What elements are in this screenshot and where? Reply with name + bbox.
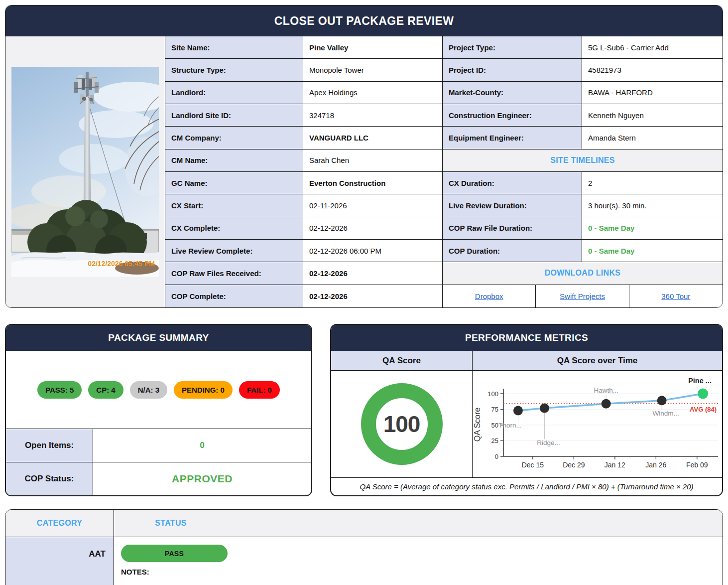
cx-duration-label: CX Duration: xyxy=(443,172,582,194)
cop-status-value: APPROVED xyxy=(93,462,311,495)
qa-score-donut: 100 xyxy=(361,383,443,465)
svg-text:50: 50 xyxy=(491,422,498,429)
live-review-duration-label: Live Review Duration: xyxy=(443,194,582,217)
open-items-row: Open Items: 0 xyxy=(6,429,311,462)
site-info-table: Site Name: Pine Valley Project Type: 5G … xyxy=(165,36,723,307)
cop-complete-label: COP Complete: xyxy=(165,285,303,307)
live-review-complete-label: Live Review Complete: xyxy=(165,240,303,262)
construction-engineer-label: Construction Engineer: xyxy=(443,104,582,127)
site-timelines-header: SITE TIMELINES xyxy=(443,149,723,172)
cp-count-badge: CP: 4 xyxy=(88,381,123,399)
svg-text:Thorn...: Thorn... xyxy=(498,422,522,429)
qa-score-cell: 100 xyxy=(331,371,473,477)
status-column-header: STATUS xyxy=(114,519,228,528)
open-items-value: 0 xyxy=(93,429,311,462)
project-type-value: 5G L-Sub6 - Carrier Add xyxy=(582,36,723,59)
download-links-row: Dropbox Swift Projects 360 Tour xyxy=(443,285,723,307)
landlord-site-id-value: 324718 xyxy=(303,104,443,127)
structure-type-label: Structure Type: xyxy=(165,59,303,81)
cop-status-row: COP Status: APPROVED xyxy=(6,462,311,495)
market-county-label: Market-County: xyxy=(443,82,582,104)
gc-name-value: Everton Construction xyxy=(303,172,443,194)
svg-text:Feb 09: Feb 09 xyxy=(686,461,708,469)
svg-text:Windm...: Windm... xyxy=(652,410,679,417)
svg-text:Dec 29: Dec 29 xyxy=(563,461,585,469)
package-summary-title: PACKAGE SUMMARY xyxy=(6,325,311,351)
svg-text:75: 75 xyxy=(491,406,498,413)
category-column-header: CATEGORY xyxy=(5,510,114,537)
notes-label: NOTES: xyxy=(121,568,723,576)
cx-start-value: 02-11-2026 xyxy=(303,194,443,217)
cop-duration-label: COP Duration: xyxy=(443,240,582,262)
cop-raw-file-duration-label: COP Raw File Duration: xyxy=(443,217,582,240)
performance-metrics-title: PERFORMANCE METRICS xyxy=(331,325,722,351)
svg-text:25: 25 xyxy=(491,437,498,444)
cm-name-label: CM Name: xyxy=(165,149,303,172)
project-id-label: Project ID: xyxy=(443,59,582,81)
project-type-label: Project Type: xyxy=(443,36,582,59)
cx-duration-value: 2 xyxy=(582,172,723,194)
structure-type-value: Monopole Tower xyxy=(303,59,443,81)
qa-trend-header: QA Score over Time xyxy=(473,351,722,370)
fail-count-badge: FAIL: 0 xyxy=(239,381,280,399)
cx-start-label: CX Start: xyxy=(165,194,303,217)
site-name-label: Site Name: xyxy=(165,36,303,59)
landlord-label: Landlord: xyxy=(165,82,303,104)
svg-text:Hawth...: Hawth... xyxy=(594,387,618,394)
cm-company-value: VANGUARD LLC xyxy=(303,127,443,149)
project-id-value: 45821973 xyxy=(582,59,723,81)
cop-duration-value: 0 - Same Day xyxy=(582,240,723,262)
site-name-value: Pine Valley xyxy=(303,36,443,59)
performance-metrics-panel: PERFORMANCE METRICS QA Score QA Score ov… xyxy=(330,324,723,496)
cop-status-label: COP Status: xyxy=(6,462,93,495)
cop-raw-file-duration-value: 0 - Same Day xyxy=(582,217,723,240)
category-status-table: CATEGORY STATUS AAT PASS NOTES: xyxy=(5,509,723,585)
svg-text:Jan 26: Jan 26 xyxy=(645,461,666,469)
cx-complete-value: 02-12-2026 xyxy=(303,217,443,240)
site-photo: 02/12/2026 05:45 PM xyxy=(11,67,159,277)
landlord-value: Apex Holdings xyxy=(303,82,443,104)
qa-score-header: QA Score xyxy=(331,351,473,370)
download-links-header: DOWNLOAD LINKS xyxy=(443,262,723,285)
landlord-site-id-label: Landlord Site ID: xyxy=(165,104,303,127)
svg-text:100: 100 xyxy=(487,390,498,398)
svg-text:Dec 15: Dec 15 xyxy=(522,461,544,469)
qa-score-trend-chart: 0255075100Dec 15Dec 29Jan 12Jan 26Feb 09… xyxy=(473,371,723,477)
360-tour-link-cell: 360 Tour xyxy=(629,285,723,307)
construction-engineer-value: Kenneth Nguyen xyxy=(582,104,723,127)
equipment-engineer-value: Amanda Stern xyxy=(582,127,723,149)
dropbox-link-cell: Dropbox xyxy=(443,285,536,307)
svg-text:AVG (84): AVG (84) xyxy=(690,406,717,413)
cm-name-value: Sarah Chen xyxy=(303,149,443,172)
cm-company-label: CM Company: xyxy=(165,127,303,149)
gc-name-label: GC Name: xyxy=(165,172,303,194)
category-name: AAT xyxy=(5,537,114,585)
svg-text:Jan 12: Jan 12 xyxy=(605,461,625,469)
photo-timestamp: 02/12/2026 05:45 PM xyxy=(88,260,155,268)
table-row: AAT PASS NOTES: xyxy=(5,537,723,585)
swift-projects-link[interactable]: Swift Projects xyxy=(560,292,605,300)
category-table-header: CATEGORY STATUS xyxy=(5,510,723,537)
live-review-duration-value: 3 hour(s). 30 min. xyxy=(582,194,723,217)
pending-count-badge: PENDING: 0 xyxy=(174,381,233,399)
status-badges-row: PASS: 5 CP: 4 N/A: 3 PENDING: 0 FAIL: 0 xyxy=(6,351,311,429)
svg-text:Pine ...: Pine ... xyxy=(688,377,712,385)
svg-text:Ridge...: Ridge... xyxy=(537,439,560,446)
360-tour-link[interactable]: 360 Tour xyxy=(661,292,690,300)
package-summary-panel: PACKAGE SUMMARY PASS: 5 CP: 4 N/A: 3 PEN… xyxy=(5,324,312,496)
close-out-package-review-page: { "title": "CLOSE OUT PACKAGE REVIEW", "… xyxy=(0,0,728,585)
qa-score-formula: QA Score = (Average of category status e… xyxy=(331,477,722,495)
svg-text:QA Score: QA Score xyxy=(473,408,482,442)
dropbox-link[interactable]: Dropbox xyxy=(475,292,503,300)
status-badge[interactable]: PASS xyxy=(121,545,228,562)
qa-score-value: 100 xyxy=(383,411,420,438)
close-out-review-panel: CLOSE OUT PACKAGE REVIEW xyxy=(5,5,723,308)
cx-complete-label: CX Complete: xyxy=(165,217,303,240)
cop-raw-files-received-value: 02-12-2026 xyxy=(303,262,443,285)
cop-raw-files-received-label: COP Raw Files Received: xyxy=(165,262,303,285)
market-county-value: BAWA - HARFORD xyxy=(582,82,723,104)
pass-count-badge: PASS: 5 xyxy=(37,381,82,399)
na-count-badge: N/A: 3 xyxy=(130,381,167,399)
open-items-label: Open Items: xyxy=(6,429,93,462)
swift-projects-link-cell: Swift Projects xyxy=(536,285,629,307)
